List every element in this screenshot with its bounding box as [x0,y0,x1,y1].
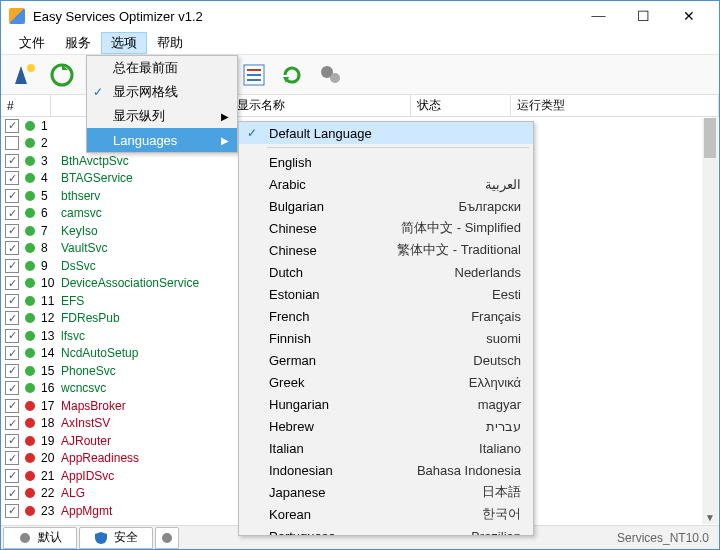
service-name: bthserv [61,189,100,203]
row-number: 1 [41,119,61,133]
status-dot-icon [25,348,35,358]
lang-item[interactable]: Chinese简体中文 - Simplified [239,217,533,239]
row-checkbox[interactable] [5,504,19,518]
tab-label: 安全 [114,529,138,546]
status-dot-icon [25,401,35,411]
row-number: 14 [41,346,61,360]
toolbar-apply-icon[interactable] [7,58,41,92]
row-checkbox[interactable] [5,416,19,430]
row-checkbox[interactable] [5,294,19,308]
lang-item[interactable]: DutchNederlands [239,261,533,283]
lang-item[interactable]: PortugueseBrazilian [239,525,533,536]
lang-item[interactable]: BulgarianБългарски [239,195,533,217]
row-checkbox[interactable] [5,451,19,465]
gear-icon [160,531,174,545]
service-name: BthAvctpSvc [61,154,129,168]
header-status[interactable]: 状态 [411,95,511,116]
menu-separator [267,147,529,148]
row-checkbox[interactable] [5,311,19,325]
menu-help[interactable]: 帮助 [147,32,193,54]
lang-item[interactable]: IndonesianBahasa Indonesia [239,459,533,481]
option-always-on-top[interactable]: 总在最前面 [87,56,237,80]
minimize-button[interactable]: ― [576,1,621,31]
lang-label: Chinese [269,221,317,236]
chevron-right-icon: ▶ [221,111,229,122]
lang-item[interactable]: Hungarianmagyar [239,393,533,415]
menu-file[interactable]: 文件 [9,32,55,54]
lang-item[interactable]: GreekΕλληνικά [239,371,533,393]
status-dot-icon [25,506,35,516]
menu-options[interactable]: 选项 [101,32,147,54]
menu-services[interactable]: 服务 [55,32,101,54]
row-checkbox[interactable] [5,346,19,360]
close-button[interactable]: ✕ [666,1,711,31]
lang-item[interactable]: English [239,151,533,173]
row-checkbox[interactable] [5,241,19,255]
service-name: AxInstSV [61,416,110,430]
lang-item[interactable]: Korean한국어 [239,503,533,525]
lang-item[interactable]: Japanese日本語 [239,481,533,503]
row-checkbox[interactable] [5,276,19,290]
row-checkbox[interactable] [5,399,19,413]
header-num[interactable]: # [1,95,51,116]
row-checkbox[interactable] [5,381,19,395]
lang-item[interactable]: EstonianEesti [239,283,533,305]
status-dot-icon [25,453,35,463]
lang-native: Eesti [492,287,521,302]
row-checkbox[interactable] [5,469,19,483]
lang-item[interactable]: FrenchFrançais [239,305,533,327]
status-dot-icon [25,488,35,498]
option-show-gridlines[interactable]: ✓显示网格线 [87,80,237,104]
lang-item[interactable]: Finnishsuomi [239,327,533,349]
lang-item[interactable]: Arabicالعربية [239,173,533,195]
row-number: 2 [41,136,61,150]
lang-native: 繁体中文 - Traditional [397,241,521,259]
scroll-down-icon[interactable]: ▼ [702,509,718,525]
lang-native: Deutsch [473,353,521,368]
lang-item[interactable]: Hebrewעברית [239,415,533,437]
row-checkbox[interactable] [5,154,19,168]
lang-label: Default Language [269,126,372,141]
row-checkbox[interactable] [5,119,19,133]
status-tab-settings[interactable] [155,527,179,549]
lang-native: 简体中文 - Simplified [401,219,521,237]
lang-item[interactable]: GermanDeutsch [239,349,533,371]
lang-native: 한국어 [482,505,521,523]
status-tab-default[interactable]: 默认 [3,527,77,549]
tab-label: 默认 [38,529,62,546]
row-checkbox[interactable] [5,189,19,203]
option-languages[interactable]: Languages▶ [87,128,237,152]
row-checkbox[interactable] [5,224,19,238]
header-startup-type[interactable]: 运行类型 [511,95,719,116]
row-checkbox[interactable] [5,171,19,185]
lang-default[interactable]: ✓Default Language [239,122,533,144]
row-checkbox[interactable] [5,486,19,500]
row-checkbox[interactable] [5,259,19,273]
toolbar-refresh-icon[interactable] [275,58,309,92]
row-number: 19 [41,434,61,448]
row-checkbox[interactable] [5,364,19,378]
lang-native: Brazilian [471,529,521,537]
lang-item[interactable]: ItalianItaliano [239,437,533,459]
toolbar-list-icon[interactable] [237,58,271,92]
service-name: NcdAutoSetup [61,346,138,360]
svg-point-1 [27,64,35,72]
service-name: AppMgmt [61,504,112,518]
header-display-name[interactable]: 显示名称 [231,95,411,116]
row-checkbox[interactable] [5,434,19,448]
status-tab-safe[interactable]: 安全 [79,527,153,549]
toolbar-restore-icon[interactable] [45,58,79,92]
scroll-thumb[interactable] [704,118,716,158]
service-name: ALG [61,486,85,500]
row-checkbox[interactable] [5,329,19,343]
vertical-scrollbar[interactable]: ▲ ▼ [702,118,718,524]
row-checkbox[interactable] [5,206,19,220]
row-checkbox[interactable] [5,136,19,150]
option-show-columns[interactable]: 显示纵列▶ [87,104,237,128]
lang-item[interactable]: Chinese繁体中文 - Traditional [239,239,533,261]
toolbar-settings-icon[interactable] [313,58,347,92]
status-dot-icon [25,208,35,218]
maximize-button[interactable]: ☐ [621,1,666,31]
lang-label: Hebrew [269,419,314,434]
status-dot-icon [25,191,35,201]
